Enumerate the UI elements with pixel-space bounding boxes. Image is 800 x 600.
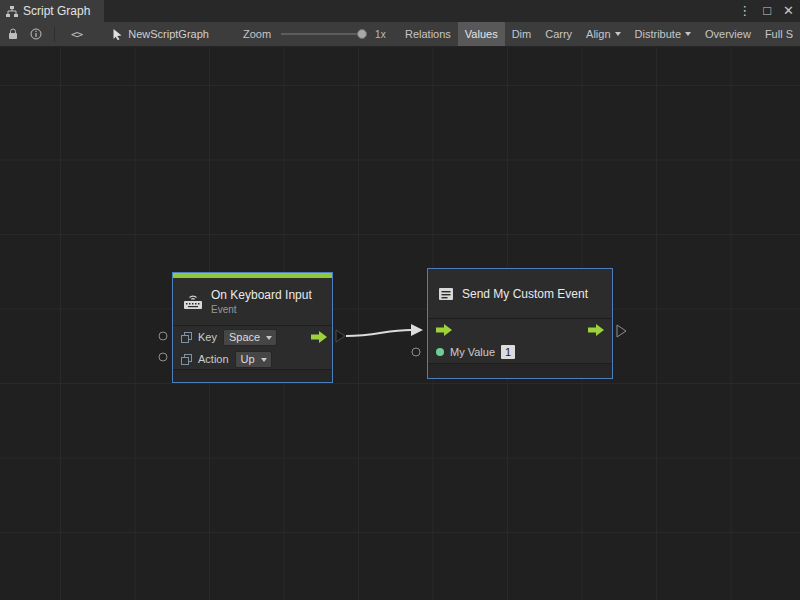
flow-input-arrow-icon[interactable]: [436, 324, 452, 336]
keyboard-icon: [182, 293, 204, 310]
zoom-value: 1x: [375, 29, 386, 40]
zoom-slider[interactable]: [281, 33, 367, 35]
window-maximize-icon[interactable]: □: [763, 0, 771, 22]
node-footer: [428, 363, 612, 378]
action-dropdown[interactable]: Up: [235, 351, 272, 368]
node-title: On Keyboard Input: [211, 288, 312, 302]
zoom-slider-knob[interactable]: [357, 29, 367, 39]
align-dropdown-button[interactable]: Align: [579, 22, 627, 47]
port-row-my-value: My Value 1: [428, 341, 612, 363]
port-row-action: Action Up: [173, 348, 332, 370]
graph-pointer-icon: [112, 28, 123, 40]
zoom-label: Zoom: [243, 28, 271, 40]
window-tab-bar: Script Graph ⋮ □ ✕: [0, 0, 800, 22]
custom-event-icon: [437, 286, 455, 302]
lock-icon[interactable]: [8, 22, 18, 47]
node-send-my-custom-event[interactable]: Send My Custom Event My Value 1: [427, 268, 613, 379]
code-view-icon[interactable]: <>: [71, 22, 82, 47]
value-type-icon: [181, 332, 192, 343]
my-value-field[interactable]: 1: [501, 345, 515, 359]
port-row-key: Key Space: [173, 326, 332, 348]
distribute-dropdown-button[interactable]: Distribute: [628, 22, 698, 47]
relations-button[interactable]: Relations: [398, 22, 458, 47]
port-label-action: Action: [198, 353, 229, 365]
values-button[interactable]: Values: [458, 22, 505, 47]
toolbar-divider: [54, 27, 55, 42]
script-graph-window: Script Graph ⋮ □ ✕ <> NewScriptGraph Zoo…: [0, 0, 800, 600]
node-title: Send My Custom Event: [462, 287, 588, 301]
value-port-dot[interactable]: [436, 348, 444, 356]
value-type-icon: [181, 354, 192, 365]
info-icon[interactable]: [30, 22, 42, 47]
node-subtitle: Event: [211, 304, 312, 315]
carry-button[interactable]: Carry: [538, 22, 579, 47]
flow-output-arrow-icon[interactable]: [588, 324, 604, 336]
script-graph-icon: [6, 6, 18, 17]
node-header: Send My Custom Event: [428, 269, 612, 319]
node-on-keyboard-input[interactable]: On Keyboard Input Event Key Space Action…: [172, 272, 333, 383]
key-dropdown[interactable]: Space: [223, 329, 277, 346]
graph-toolbar: <> NewScriptGraph Zoom 1x Relations Valu…: [0, 22, 800, 47]
dim-button[interactable]: Dim: [505, 22, 539, 47]
flow-output-arrow-icon[interactable]: [311, 331, 327, 343]
flow-port-row: [428, 319, 612, 341]
overview-button[interactable]: Overview: [698, 22, 758, 47]
breadcrumb[interactable]: NewScriptGraph: [112, 28, 209, 40]
tab-title: Script Graph: [23, 4, 90, 18]
fullscreen-button[interactable]: Full S: [758, 22, 800, 47]
port-label-key: Key: [198, 331, 217, 343]
window-menu-icon[interactable]: ⋮: [738, 0, 751, 22]
graph-name: NewScriptGraph: [128, 28, 209, 40]
tab-script-graph[interactable]: Script Graph: [0, 0, 104, 22]
port-label-my-value: My Value: [450, 346, 495, 358]
graph-canvas[interactable]: [0, 47, 800, 600]
window-controls: ⋮ □ ✕: [738, 0, 794, 22]
node-footer: [173, 369, 332, 382]
node-header: On Keyboard Input Event: [173, 278, 332, 326]
toolbar-buttons: Relations Values Dim Carry Align Distrib…: [398, 22, 800, 47]
window-close-icon[interactable]: ✕: [783, 0, 794, 22]
